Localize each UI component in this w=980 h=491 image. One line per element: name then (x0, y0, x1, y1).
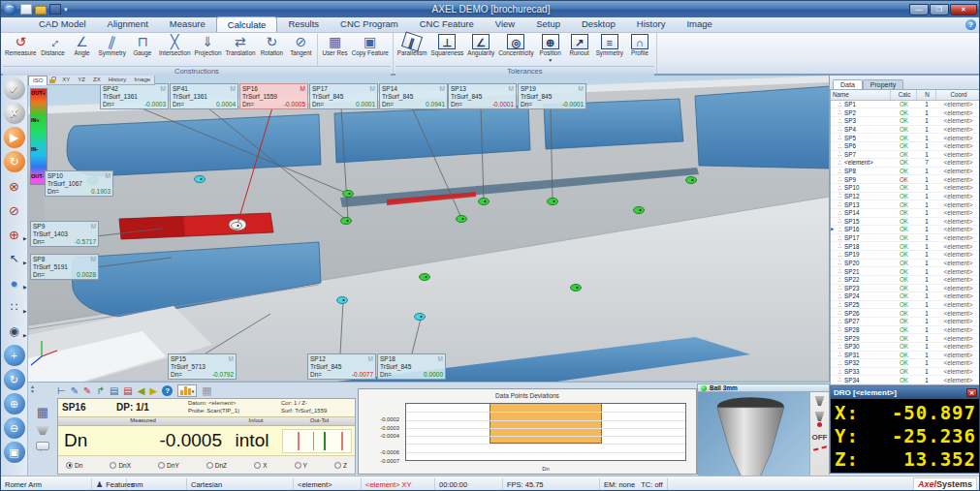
menu-tab[interactable]: Measure (159, 16, 216, 32)
menu-tab[interactable]: CNC Program (330, 16, 409, 32)
menu-tab[interactable]: Alignment (97, 16, 159, 32)
status-cell[interactable]: ♟ Cartesian (187, 478, 294, 491)
table-row[interactable]: ▶ ∴ SP10 OK 1 <element> (831, 184, 980, 193)
table-view-icon[interactable]: ▦ (37, 406, 48, 419)
sidebar-tool-icon[interactable]: ▣ ▶ (4, 442, 25, 463)
status-cell[interactable]: ♟ EM: none TC: off (600, 478, 668, 491)
menu-tab[interactable]: Setup (525, 16, 571, 32)
ribbon-button[interactable]: ▦ User Res ▼ (317, 34, 349, 66)
table-row[interactable]: ▶ ∴ SP3 OK 1 <element> (831, 117, 980, 126)
table-row[interactable]: ▶ ∴ SP26 OK 1 <element> (831, 309, 980, 318)
sidebar-tool-icon[interactable]: ⊘ ▶ (4, 199, 25, 221)
probe-calibrate-icon[interactable] (815, 412, 825, 421)
table-row[interactable]: ▶ ∴ SP17 OK 1 <element> (831, 234, 980, 243)
menu-tab[interactable]: CNC Feature (409, 16, 485, 32)
table-row[interactable]: ▶ ∴ SP23 OK 1 <element> (831, 285, 980, 293)
parameter-radio[interactable]: Z (334, 462, 347, 469)
ribbon-button[interactable]: ⊕ Position ▼ (536, 34, 565, 66)
table-row[interactable]: ▶ ∴ SP20 OK 1 <element> (831, 260, 980, 268)
window-control-button[interactable]: ✕ (950, 4, 977, 15)
probe-off-status[interactable]: OFF (812, 433, 828, 442)
status-cell[interactable]: ♟ Features (92, 478, 127, 491)
ribbon-button[interactable]: ▣ Copy Feature ▼ (350, 34, 391, 66)
status-cell[interactable]: ♟ Romer Arm (1, 478, 92, 491)
table-row[interactable]: ▶ ∴ SP2 OK 1 <element> (831, 108, 980, 117)
scan-path-icon[interactable] (812, 445, 826, 451)
table-row[interactable]: ▶ ∴ SP27 OK 1 <element> (831, 318, 980, 326)
table-row[interactable]: ▶ ∴ SP31 OK 1 <element> (831, 352, 980, 360)
table-row[interactable]: ▶ ∴ SP8 OK 1 <element> (831, 168, 980, 176)
view-tab[interactable] (47, 77, 58, 84)
ribbon-button[interactable]: ↺ Remeasure ▼ (3, 34, 39, 66)
ribbon-button[interactable]: ∥ Parallelism ▼ (395, 34, 429, 66)
ribbon-button[interactable]: ↗ Runout ▼ (565, 34, 594, 66)
status-cell[interactable]: ♟ <element> (294, 478, 362, 491)
ribbon-button[interactable]: ⇄ Translation ▼ (223, 34, 257, 66)
parameter-radio[interactable]: Y (295, 462, 307, 469)
table-row[interactable]: ▶ ∴ SP28 OK 1 <element> (831, 326, 980, 335)
chart-view-button[interactable]: ▾ (177, 384, 197, 397)
toolbar-icon[interactable]: ✎ (83, 385, 91, 397)
ribbon-button[interactable]: ⊥ Squareness ▼ (429, 34, 466, 66)
table-row[interactable]: ▶ ∴ SP9 OK 1 <element> (831, 175, 980, 184)
sidebar-tool-icon[interactable]: + ▶ (4, 345, 25, 366)
3d-viewport[interactable]: ISOXYYZZXHistoryImage OUT+IN+IN-OUT- SP4… (28, 76, 830, 382)
comment-icon[interactable] (36, 442, 49, 450)
ribbon-button[interactable]: ⊘ Tangent ▼ (286, 34, 315, 66)
toolbar-icon[interactable]: ▤ (123, 385, 132, 397)
toolbar-icon[interactable]: ↱ (97, 385, 105, 397)
probe-view-icon[interactable] (36, 426, 49, 435)
sidebar-tool-icon[interactable]: ▶ ▶ (4, 127, 25, 148)
sidebar-tool-icon[interactable]: ⊗ ▶ (4, 175, 25, 197)
probe-header[interactable]: Ball 3mm (698, 384, 829, 392)
table-row[interactable]: ▶ ∴ SP13 OK 1 <element> (831, 200, 980, 209)
table-row[interactable]: ▶ ∴ SP29 OK 1 <element> (831, 334, 980, 343)
sidebar-tool-icon[interactable]: ↻ ▶ (4, 369, 25, 390)
table-row[interactable]: ▶ ∴ SP21 OK 1 <element> (831, 267, 980, 276)
status-cell[interactable]: ♟ 00:00:00 (435, 478, 503, 491)
view-tab[interactable]: XY (58, 76, 74, 84)
toolbar-icon[interactable]: ⊢ (57, 385, 66, 397)
ribbon-button[interactable]: ◎ Concentricity ▼ (496, 34, 535, 66)
toolbar-icon[interactable]: ◀ (138, 385, 145, 397)
toolbar-icon[interactable]: ? (162, 385, 173, 396)
sidebar-tool-icon[interactable]: ✓ ▶ (4, 78, 25, 100)
table-row[interactable]: ▶ ∴ SP12 OK 1 <element> (831, 193, 980, 201)
view-tab[interactable]: Image (130, 76, 154, 84)
table-row[interactable]: ▶ ∴ SP6 OK 1 <element> (831, 142, 980, 151)
parameter-radio[interactable]: Dn (66, 462, 82, 469)
table-row[interactable]: ▶ ∴ SP16 OK 1 <element> (831, 226, 980, 234)
window-control-button[interactable]: ❐ (930, 4, 949, 15)
toolbar-icon[interactable]: ▶ (150, 385, 158, 397)
table-row[interactable]: ▶ ∴ SP7 OK 1 <element> (831, 151, 980, 160)
grid-view-icon[interactable]: ▦ (202, 384, 211, 397)
sidebar-tool-icon[interactable]: ◉ ▶ (4, 321, 25, 342)
help-icon[interactable]: ? (965, 19, 976, 30)
view-tab[interactable]: ISO (28, 76, 47, 85)
dro-title-bar[interactable]: DRO [<element>] ✕ (831, 386, 980, 399)
menu-tab[interactable]: Calculate (216, 16, 278, 32)
toolbar-icon[interactable]: ▤ (110, 385, 118, 397)
sidebar-tool-icon[interactable]: ⊖ ▶ (4, 417, 25, 439)
view-tab[interactable]: YZ (74, 76, 89, 84)
table-row[interactable]: ▶ ∴ SP19 OK 1 <element> (831, 251, 980, 260)
parameter-radio[interactable]: DnZ (206, 462, 227, 469)
table-row[interactable]: ▶ ∴ SP4 OK 1 <element> (831, 126, 980, 135)
table-row[interactable]: ▶ ∴ SP14 OK 1 <element> (831, 209, 980, 218)
probe-icon[interactable] (815, 396, 825, 406)
table-row[interactable]: ▶ ∴ SP33 OK 1 <element> (831, 368, 980, 377)
table-row[interactable]: ▶ ∴ SP32 OK 1 <element> (831, 359, 980, 368)
ribbon-button[interactable]: ╳ Intersection ▼ (157, 34, 193, 66)
table-row[interactable]: ▶ ∴ SP15 OK 1 <element> (831, 218, 980, 227)
sidebar-tool-icon[interactable]: ↖ ▶ (4, 248, 25, 269)
menu-tab[interactable]: CAD Model (28, 16, 97, 32)
parameter-radio[interactable]: DnY (158, 462, 179, 469)
window-control-button[interactable]: — (909, 4, 929, 15)
ribbon-button[interactable]: ∠ Angularity ▼ (465, 34, 496, 66)
sidebar-tool-icon[interactable]: ↻ ▶ (4, 151, 25, 172)
sidebar-tool-icon[interactable]: ∷ ▶ (4, 296, 25, 318)
table-row[interactable]: ▶ ∴ SP34 OK 1 <element> (831, 376, 980, 384)
ribbon-button[interactable]: ∩ Profile ▼ (625, 34, 654, 66)
sidebar-tool-icon[interactable]: ⊕ ▶ (4, 224, 25, 245)
menu-tab[interactable]: View (485, 16, 525, 32)
